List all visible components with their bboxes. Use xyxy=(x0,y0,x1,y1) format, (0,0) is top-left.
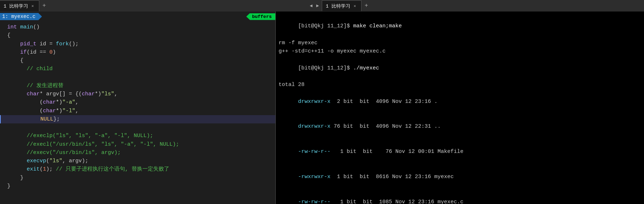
code-line-17: execvp("ls", argv); xyxy=(0,157,275,165)
code-line-11: (char*)"-l", xyxy=(0,107,275,115)
code-line-18: exit(1); // 只要子进程执行这个语句, 替换一定失败了 xyxy=(0,165,275,173)
tab-left-1-label: 1 比特学习 xyxy=(4,3,28,9)
code-line-8: // 发生进程替 xyxy=(0,82,275,90)
tab-add-left[interactable]: + xyxy=(39,1,49,11)
terminal-pane[interactable]: [bit@Qkj 11_12]$ make clean;make rm -f m… xyxy=(276,12,644,204)
tab-right-1-label: 1 比特学习 xyxy=(326,3,350,9)
tab-nav-right-btn[interactable]: ► xyxy=(315,3,320,9)
code-line-9: char* argv[] = {(char*)"ls", xyxy=(0,90,275,98)
code-line-1: int main() xyxy=(0,23,275,31)
code-line-4: if(id == 0) xyxy=(0,48,275,56)
code-line-6: // child xyxy=(0,65,275,73)
code-line-5: { xyxy=(0,56,275,65)
code-content[interactable]: int main() { pid_t id = fork(); if(id ==… xyxy=(0,22,275,204)
tab-left-1-close[interactable]: ✕ xyxy=(30,4,35,9)
term-line-6: drwxrwxr-x 2 bit bit 4096 Nov 12 23:16 . xyxy=(279,89,641,114)
code-line-19: } xyxy=(0,174,275,182)
code-line-13 xyxy=(0,123,275,132)
editor-filename-tag: 1: myexec.c xyxy=(0,13,42,20)
term-line-7: drwxrwxr-x 76 bit bit 4096 Nov 12 22:31 … xyxy=(279,114,641,139)
tab-bar: 1 比特学习 ✕ + ◄ ► 1 比特学习 ✕ + xyxy=(0,0,644,12)
tab-nav-btns-left: ◄ ► xyxy=(308,3,322,9)
tab-bar-right: 1 比特学习 ✕ + xyxy=(322,0,644,11)
code-line-10: (char*)"-a", xyxy=(0,98,275,106)
code-line-16: //execv("/usr/bin/ls", argv); xyxy=(0,149,275,157)
main-area: 1: myexec.c buffers int main() { pid_t i… xyxy=(0,12,644,204)
term-line-3: g++ -std=c++11 -o myexec myexec.c xyxy=(279,47,641,55)
editor-pane: 1: myexec.c buffers int main() { pid_t i… xyxy=(0,12,276,204)
term-line-10: -rw-rw-r-- 1 bit bit 1085 Nov 12 23:16 m… xyxy=(279,189,641,204)
term-line-5: total 28 xyxy=(279,81,641,89)
term-line-1: [bit@Qkj 11_12]$ make clean;make xyxy=(279,14,641,39)
tab-nav-left-btn[interactable]: ◄ xyxy=(308,3,314,9)
term-line-4: [bit@Qkj 11_12]$ ./myexec xyxy=(279,55,641,81)
code-line-15: //execl("/usr/bin/ls", "ls", "-a", "-l",… xyxy=(0,140,275,149)
editor-header: 1: myexec.c buffers xyxy=(0,12,275,22)
term-line-8: -rw-rw-r-- 1 bit bit 76 Nov 12 00:01 Mak… xyxy=(279,139,641,164)
code-line-7 xyxy=(0,73,275,82)
code-line-3: pid_t id = fork(); xyxy=(0,40,275,48)
code-line-14: //execlp("ls", "ls", "-a", "-l", NULL); xyxy=(0,132,275,140)
tab-right-1[interactable]: 1 比特学习 ✕ xyxy=(322,0,361,11)
buffers-tag: buffers xyxy=(246,13,275,20)
tab-add-right[interactable]: + xyxy=(361,1,372,11)
tab-bar-left: 1 比特学习 ✕ + ◄ ► xyxy=(0,0,322,11)
tab-right-1-close[interactable]: ✕ xyxy=(352,4,357,9)
term-line-9: -rwxrwxr-x 1 bit bit 8616 Nov 12 23:16 m… xyxy=(279,164,641,190)
term-line-2: rm -f myexec xyxy=(279,39,641,47)
code-line-20: } xyxy=(0,182,275,190)
code-line-12: NULL}; xyxy=(0,115,275,123)
tab-left-1[interactable]: 1 比特学习 ✕ xyxy=(0,0,39,11)
code-line-2: { xyxy=(0,31,275,40)
